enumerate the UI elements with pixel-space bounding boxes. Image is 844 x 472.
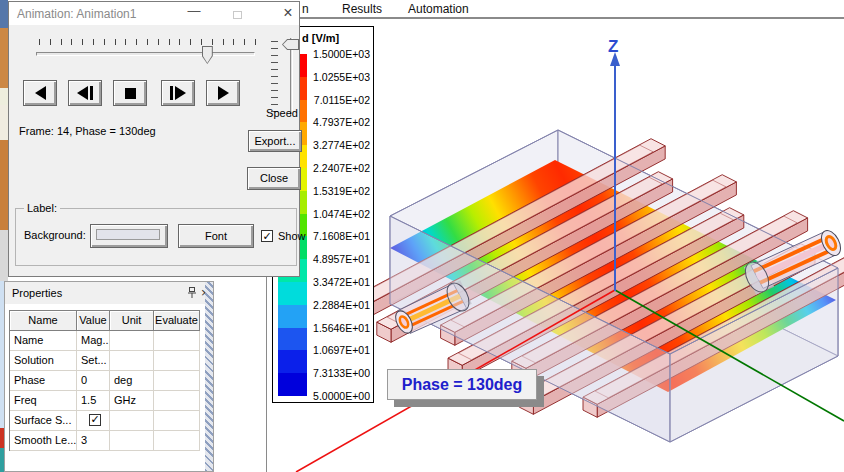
play-forward-icon	[218, 86, 229, 100]
maximize-button	[233, 11, 242, 19]
export-button[interactable]: Export...	[248, 130, 302, 152]
menu-item-results[interactable]: Results	[342, 2, 382, 16]
legend-value: 5.0000E+00	[313, 390, 370, 402]
legend-value: 4.8957E+01	[313, 253, 370, 265]
properties-table: NameValueUnitEvaluateNameMag...SolutionS…	[9, 310, 200, 451]
cell-evaluated	[154, 431, 200, 451]
cell-value[interactable]: Mag...	[77, 331, 110, 351]
play-reverse-icon	[35, 86, 46, 100]
cell-value[interactable]: ✓	[77, 411, 110, 431]
stop-icon	[125, 88, 136, 99]
legend-value: 1.0697E+01	[313, 344, 370, 356]
step-forward-button[interactable]	[161, 80, 195, 106]
close-icon[interactable]: ×	[279, 4, 297, 22]
cell-evaluated	[154, 371, 200, 391]
table-header-row: NameValueUnitEvaluate	[10, 311, 200, 331]
panel-drag-grip[interactable]	[205, 282, 213, 471]
phase-annotation: Phase = 130deg	[387, 369, 537, 400]
properties-title: Properties	[12, 287, 62, 299]
legend-value: 7.0115E+02	[314, 94, 370, 106]
label-groupbox: Label: Background: Font ✓ Show	[15, 208, 297, 266]
z-axis-label: Z	[608, 37, 618, 56]
cell-name: Surface S...	[10, 411, 77, 431]
cell-name: Name	[10, 331, 77, 351]
colorbar-band	[278, 328, 307, 351]
legend-value: 7.3133E+00	[313, 367, 370, 379]
background-color-swatch	[96, 229, 160, 240]
colorbar-band	[278, 373, 307, 396]
surface-smoothing-checkbox[interactable]: ✓	[89, 414, 101, 426]
legend-value: 3.3472E+01	[313, 276, 370, 288]
step-reverse-icon	[77, 86, 88, 100]
legend-value: 4.7937E+02	[313, 116, 370, 128]
stop-button[interactable]	[113, 80, 147, 106]
play-forward-button[interactable]	[206, 80, 240, 106]
label-groupbox-title: Label:	[24, 202, 60, 214]
step-reverse-button[interactable]	[68, 80, 102, 106]
cell-value[interactable]: 1.5	[77, 391, 110, 411]
column-header[interactable]: Evaluate	[154, 311, 200, 331]
dialog-title: Animation: Animation1	[17, 7, 136, 21]
cell-evaluated	[154, 351, 200, 371]
table-row[interactable]: SolutionSet...	[10, 351, 200, 371]
frame-slider-track[interactable]	[36, 52, 255, 56]
cell-unit: deg	[110, 371, 154, 391]
table-row[interactable]: Smooth Le...3	[10, 431, 200, 451]
legend-value: 1.5000E+03	[313, 48, 370, 60]
cell-value[interactable]: Set...	[77, 351, 110, 371]
table-row[interactable]: Surface S...✓	[10, 411, 200, 431]
cell-value[interactable]: 0	[77, 371, 110, 391]
properties-titlebar[interactable]: Properties ×	[5, 282, 205, 304]
menu-item-automation[interactable]: Automation	[408, 2, 469, 16]
cell-unit: GHz	[110, 391, 154, 411]
legend-value: 2.2884E+01	[313, 299, 370, 311]
column-header[interactable]: Name	[10, 311, 77, 331]
dialog-titlebar[interactable]: Animation: Animation1 — ×	[9, 2, 299, 25]
legend-value: 1.5646E+01	[313, 322, 370, 334]
frame-slider-thumb[interactable]	[202, 46, 213, 64]
frame-status-text: Frame: 14, Phase = 130deg	[19, 125, 156, 137]
table-row[interactable]: Freq1.5GHz	[10, 391, 200, 411]
cell-name: Freq	[10, 391, 77, 411]
cell-evaluated	[154, 391, 200, 411]
cell-evaluated	[154, 331, 200, 351]
menu-item-n[interactable]: n	[302, 2, 309, 16]
speed-slider-thumb[interactable]	[282, 39, 299, 50]
cell-value[interactable]: 3	[77, 431, 110, 451]
legend-value: 7.1608E+01	[313, 230, 370, 242]
column-header[interactable]: Value	[77, 311, 110, 331]
legend-value: 1.5319E+02	[313, 185, 370, 197]
background-color-button[interactable]	[90, 224, 168, 248]
speed-label: Speed	[259, 107, 305, 119]
cell-unit	[110, 411, 154, 431]
legend-unit-header: d [V/m]	[302, 32, 339, 44]
colorbar-band	[278, 305, 307, 328]
table-row[interactable]: Phase0deg	[10, 371, 200, 391]
application-window: nResultsAutomation	[0, 0, 844, 472]
cell-unit	[110, 351, 154, 371]
play-reverse-button[interactable]	[23, 80, 57, 106]
show-checkbox-label: Show	[278, 230, 306, 242]
properties-panel: Properties × NameValueUnitEvaluateNameMa…	[4, 281, 214, 472]
step-forward-icon	[175, 86, 186, 100]
table-row[interactable]: NameMag...	[10, 331, 200, 351]
close-button[interactable]: Close	[247, 167, 301, 190]
cell-evaluated	[154, 411, 200, 431]
minimize-button[interactable]: —	[185, 3, 203, 18]
cell-name: Solution	[10, 351, 77, 371]
background-label: Background:	[24, 229, 86, 241]
cell-unit	[110, 331, 154, 351]
show-checkbox[interactable]: ✓	[261, 230, 273, 242]
legend-value: 1.0255E+03	[313, 71, 370, 83]
cell-name: Smooth Le...	[10, 431, 77, 451]
colorbar-band	[278, 350, 307, 373]
font-button[interactable]: Font	[178, 224, 254, 248]
legend-value: 3.2774E+02	[313, 139, 370, 151]
pin-icon[interactable]	[187, 287, 197, 299]
legend-value: 1.0474E+02	[313, 208, 370, 220]
cell-unit	[110, 431, 154, 451]
animation-dialog: Animation: Animation1 — × Speed Frame: 1…	[8, 1, 300, 277]
colorbar-band	[278, 282, 307, 305]
cell-name: Phase	[10, 371, 77, 391]
column-header[interactable]: Unit	[110, 311, 154, 331]
